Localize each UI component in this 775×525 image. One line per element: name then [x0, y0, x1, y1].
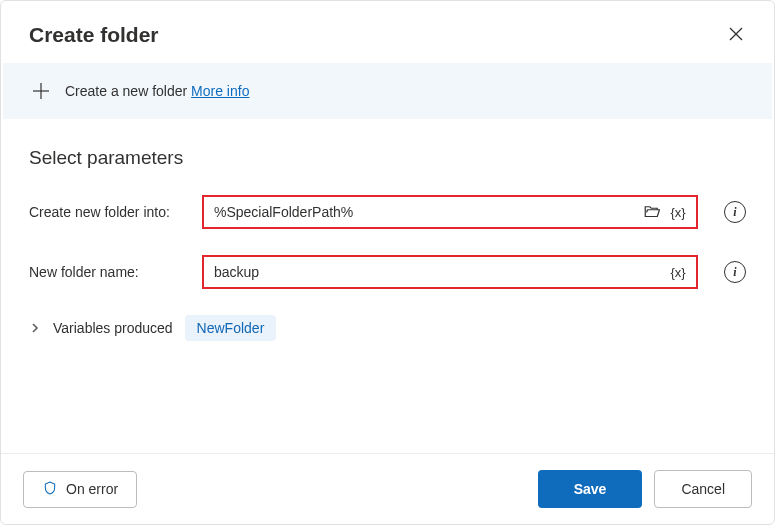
parameters-section: Select parameters Create new folder into…	[1, 119, 774, 453]
create-into-input[interactable]	[214, 204, 636, 220]
variable-picker-icon[interactable]: {x}	[668, 262, 688, 282]
field-label-name: New folder name:	[29, 264, 184, 280]
on-error-button[interactable]: On error	[23, 471, 137, 508]
variable-pill-newfolder[interactable]: NewFolder	[185, 315, 277, 341]
chevron-right-icon[interactable]	[29, 322, 41, 334]
field-folder-name: New folder name: {x} i	[29, 255, 746, 289]
plus-icon	[31, 81, 51, 101]
field-label-into: Create new folder into:	[29, 204, 184, 220]
folder-name-input[interactable]	[214, 264, 662, 280]
shield-icon	[42, 480, 58, 499]
dialog-footer: On error Save Cancel	[1, 453, 774, 524]
folder-browse-icon[interactable]	[642, 202, 662, 222]
variables-label: Variables produced	[53, 320, 173, 336]
info-bar-text: Create a new folder More info	[65, 83, 249, 99]
save-button[interactable]: Save	[538, 470, 643, 508]
cancel-button[interactable]: Cancel	[654, 470, 752, 508]
dialog-title: Create folder	[29, 23, 159, 47]
variable-picker-icon[interactable]: {x}	[668, 202, 688, 222]
field-create-into: Create new folder into: {x} i	[29, 195, 746, 229]
create-folder-dialog: Create folder Create a new folder More i…	[0, 0, 775, 525]
close-icon	[728, 26, 744, 45]
info-icon-name[interactable]: i	[724, 261, 746, 283]
info-bar-label: Create a new folder	[65, 83, 187, 99]
section-title: Select parameters	[29, 147, 746, 169]
footer-right-buttons: Save Cancel	[538, 470, 752, 508]
more-info-link[interactable]: More info	[191, 83, 249, 99]
dialog-header: Create folder	[1, 1, 774, 59]
input-wrap-name: {x}	[202, 255, 698, 289]
info-icon-into[interactable]: i	[724, 201, 746, 223]
close-button[interactable]	[726, 25, 746, 45]
on-error-label: On error	[66, 481, 118, 497]
info-bar: Create a new folder More info	[3, 63, 772, 119]
variables-produced-row: Variables produced NewFolder	[29, 315, 746, 341]
input-wrap-into: {x}	[202, 195, 698, 229]
